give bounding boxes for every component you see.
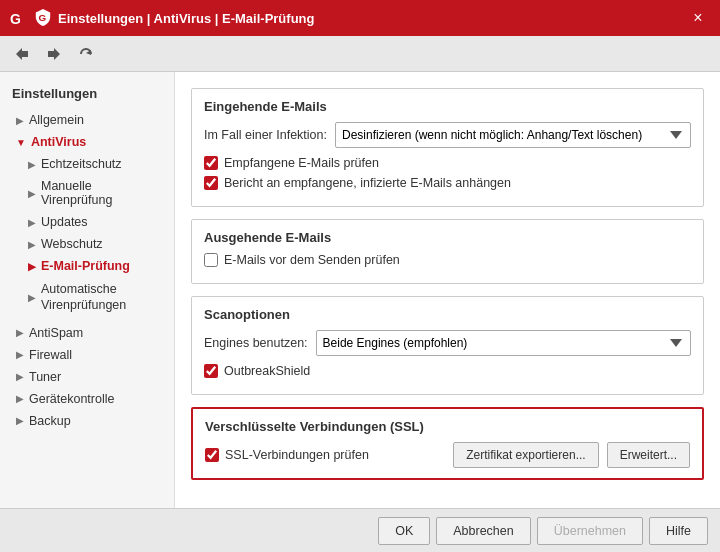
close-button[interactable]: ×	[684, 4, 712, 32]
infection-select[interactable]: Desinfizieren (wenn nicht möglich: Anhan…	[335, 122, 691, 148]
arrow-icon: ▶	[16, 371, 24, 382]
title-bar: G G Einstellungen | AntiVirus | E-Mail-P…	[0, 0, 720, 36]
arrow-icon: ▶	[28, 217, 36, 228]
sidebar-item-allgemein[interactable]: ▶ Allgemein	[0, 109, 174, 131]
ssl-checkbox[interactable]	[205, 448, 219, 462]
content-area: Eingehende E-Mails Im Fall einer Infekti…	[175, 72, 720, 508]
toolbar	[0, 36, 720, 72]
title-bar-logo: G	[34, 8, 52, 29]
section-outgoing-title: Ausgehende E-Mails	[204, 230, 691, 245]
engines-row: Engines benutzen: Beide Engines (empfohl…	[204, 330, 691, 356]
svg-text:G: G	[10, 11, 21, 27]
window-title: Einstellungen | AntiVirus | E-Mail-Prüfu…	[58, 11, 684, 26]
sidebar-item-geraetekontrolle[interactable]: ▶ Gerätekontrolle	[0, 388, 174, 410]
check-send-checkbox[interactable]	[204, 253, 218, 267]
arrow-icon: ▶	[16, 115, 24, 126]
sidebar-header: Einstellungen	[0, 82, 174, 109]
section-ssl: Verschlüsselte Verbindungen (SSL) SSL-Ve…	[191, 407, 704, 480]
ok-button[interactable]: OK	[378, 517, 430, 545]
arrow-icon: ▶	[28, 239, 36, 250]
section-incoming: Eingehende E-Mails Im Fall einer Infekti…	[191, 88, 704, 207]
app-icon: G	[8, 8, 28, 28]
section-outgoing: Ausgehende E-Mails E-Mails vor dem Sende…	[191, 219, 704, 284]
toolbar-btn-3[interactable]	[72, 40, 100, 68]
sidebar-item-antispam[interactable]: ▶ AntiSpam	[0, 322, 174, 344]
arrow-icon: ▶	[28, 261, 36, 272]
sidebar-item-manuelle[interactable]: ▶ Manuelle Virenprüfung	[0, 175, 174, 211]
check-received-label: Empfangene E-Mails prüfen	[224, 156, 379, 170]
section-scan-title: Scanoptionen	[204, 307, 691, 322]
toolbar-btn-2[interactable]	[40, 40, 68, 68]
sidebar-item-antivirus[interactable]: ▼ AntiVirus	[0, 131, 174, 153]
ssl-check-label: SSL-Verbindungen prüfen	[225, 448, 369, 462]
outbreakshield-label: OutbreakShield	[224, 364, 310, 378]
sidebar-item-backup[interactable]: ▶ Backup	[0, 410, 174, 432]
svg-marker-2	[86, 50, 91, 55]
engines-select[interactable]: Beide Engines (empfohlen)Erste EngineZwe…	[316, 330, 691, 356]
sidebar-item-automatische[interactable]: ▶ Automatische Virenprüfungen	[0, 277, 174, 318]
sidebar-item-updates[interactable]: ▶ Updates	[0, 211, 174, 233]
engines-label: Engines benutzen:	[204, 336, 308, 350]
cancel-button[interactable]: Abbrechen	[436, 517, 530, 545]
sidebar-item-tuner[interactable]: ▶ Tuner	[0, 366, 174, 388]
outbreakshield-checkbox[interactable]	[204, 364, 218, 378]
check-send-label: E-Mails vor dem Senden prüfen	[224, 253, 400, 267]
help-button[interactable]: Hilfe	[649, 517, 708, 545]
export-cert-button[interactable]: Zertifikat exportieren...	[453, 442, 598, 468]
append-report-label: Bericht an empfangene, infizierte E-Mail…	[224, 176, 511, 190]
svg-text:G: G	[39, 11, 47, 22]
check-received-checkbox[interactable]	[204, 156, 218, 170]
arrow-icon: ▶	[16, 327, 24, 338]
apply-button[interactable]: Übernehmen	[537, 517, 643, 545]
advanced-button[interactable]: Erweitert...	[607, 442, 690, 468]
sidebar-item-firewall[interactable]: ▶ Firewall	[0, 344, 174, 366]
bottom-bar: OK Abbrechen Übernehmen Hilfe	[0, 508, 720, 552]
append-report-checkbox[interactable]	[204, 176, 218, 190]
arrow-icon: ▶	[16, 393, 24, 404]
sidebar-item-emailpruefung[interactable]: ▶ E-Mail-Prüfung	[0, 255, 174, 277]
arrow-icon: ▼	[16, 137, 26, 148]
arrow-icon: ▶	[28, 159, 36, 170]
check-send-row: E-Mails vor dem Senden prüfen	[204, 253, 691, 267]
section-ssl-title: Verschlüsselte Verbindungen (SSL)	[205, 419, 690, 434]
sidebar-item-echtzeitschutz[interactable]: ▶ Echtzeitschutz	[0, 153, 174, 175]
ssl-check-row: SSL-Verbindungen prüfen	[205, 448, 369, 462]
toolbar-btn-1[interactable]	[8, 40, 36, 68]
arrow-icon: ▶	[28, 188, 36, 199]
main-container: Einstellungen ▶ Allgemein ▼ AntiVirus ▶ …	[0, 72, 720, 508]
section-scan: Scanoptionen Engines benutzen: Beide Eng…	[191, 296, 704, 395]
arrow-icon: ▶	[16, 349, 24, 360]
section-incoming-title: Eingehende E-Mails	[204, 99, 691, 114]
check-received-row: Empfangene E-Mails prüfen	[204, 156, 691, 170]
outbreakshield-row: OutbreakShield	[204, 364, 691, 378]
arrow-icon: ▶	[16, 415, 24, 426]
infection-label: Im Fall einer Infektion:	[204, 128, 327, 142]
sidebar: Einstellungen ▶ Allgemein ▼ AntiVirus ▶ …	[0, 72, 175, 508]
infection-row: Im Fall einer Infektion: Desinfizieren (…	[204, 122, 691, 148]
sidebar-item-webschutz[interactable]: ▶ Webschutz	[0, 233, 174, 255]
arrow-icon: ▶	[28, 292, 36, 303]
append-report-row: Bericht an empfangene, infizierte E-Mail…	[204, 176, 691, 190]
